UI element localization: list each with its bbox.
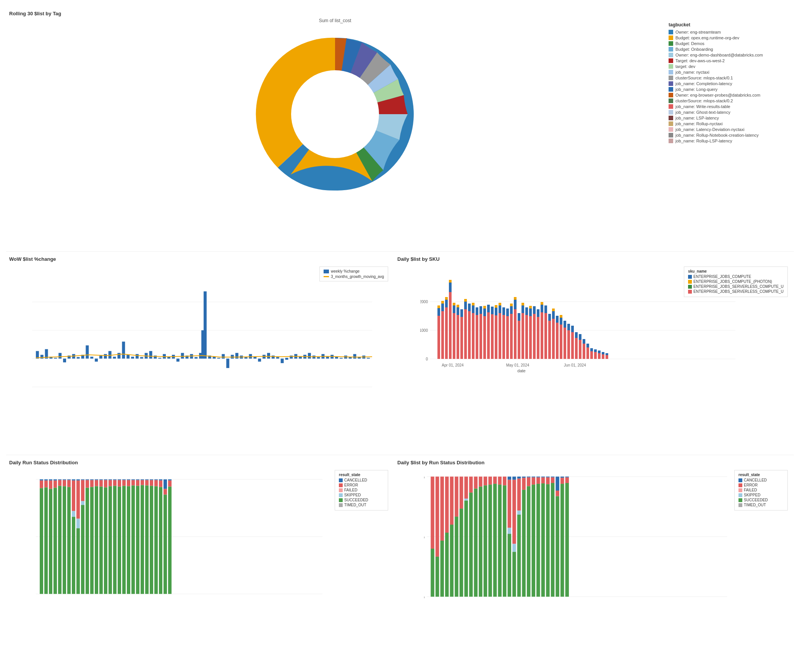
skipped-bar: [81, 501, 84, 505]
bar-blue: [491, 307, 494, 314]
error-bar: [488, 477, 492, 485]
donut-legend-item: Budget: Onboarding: [669, 47, 791, 52]
bar-gold: [453, 303, 455, 305]
sku-legend-item: ENTERPRISE_JOBS_COMPUTE_(PHOTON): [688, 279, 784, 284]
error-bar: [76, 481, 80, 519]
wow-legend-color-1: [324, 270, 329, 273]
bar: [276, 357, 279, 359]
status-legend-item: CANCELLED: [738, 478, 784, 482]
bar-gold: [495, 305, 497, 308]
bar-red: [590, 351, 593, 359]
bar-blue: [460, 309, 463, 317]
dashboard: Rolling 30 $list by Tag Sum of list_cost: [0, 0, 800, 672]
bar-blue: [552, 311, 555, 319]
legend-color-swatch: [669, 133, 673, 137]
bar: [63, 359, 66, 362]
run-legend-items-container: CANCELLEDERRORFAILEDSKIPPEDSUCCEEDEDTIME…: [339, 478, 384, 507]
cancelled-bar: [508, 477, 511, 480]
wow-title: WoW $list %change: [9, 256, 391, 262]
legend-item-label: job_name: Completion-latency: [675, 81, 732, 86]
y-50: 50%: [424, 535, 425, 539]
cancelled-bar: [168, 480, 172, 481]
cancelled-bar: [63, 480, 66, 480]
legend-color-swatch: [669, 70, 673, 74]
cancelled-bar: [536, 477, 540, 477]
bar-gold: [560, 315, 562, 318]
cancelled-bar: [560, 477, 564, 478]
bar-red: [583, 344, 585, 359]
status-legend-color: [339, 498, 343, 502]
success-bar: [86, 488, 89, 594]
bar-red: [506, 316, 509, 359]
error-bar: [104, 480, 107, 488]
cancelled-bar: [131, 480, 135, 480]
error-bar: [479, 477, 482, 486]
cancelled-bar: [44, 480, 48, 481]
bar: [140, 357, 143, 359]
bar-red: [445, 307, 448, 359]
cancelled-bar: [40, 480, 43, 481]
sku-legend-item: ENTERPRISE_JOBS_SERVERLESS_COMPUTE_U: [688, 289, 784, 294]
status-bars: [40, 480, 172, 594]
success-bar: [460, 509, 463, 597]
skipped-bar: [76, 519, 80, 528]
sku-legend-color: [688, 280, 692, 284]
bar-blue: [457, 307, 459, 315]
bar-gold: [510, 304, 513, 306]
bar-red: [510, 314, 513, 359]
bar-red: [544, 313, 547, 359]
bar: [281, 359, 284, 363]
sku-legend-item: ENTERPRISE_JOBS_COMPUTE: [688, 275, 784, 279]
bar: [367, 358, 370, 359]
legend-color-swatch: [669, 58, 673, 63]
bar-blue: [476, 307, 478, 315]
legend-color-swatch: [669, 81, 673, 86]
error-bar: [168, 481, 172, 487]
status-legend-item: CANCELLED: [339, 478, 384, 482]
list-legend: result_state CANCELLEDERRORFAILEDSKIPPED…: [734, 470, 788, 510]
bar-red: [460, 317, 463, 359]
donut-legend-item: Owner: eng-demo-dashboard@databricks.com: [669, 53, 791, 57]
success-bar: [431, 549, 434, 597]
status-legend-label: FAILED: [344, 488, 357, 492]
bar-red: [495, 315, 497, 359]
success-bar: [560, 484, 564, 597]
run-x-2: May 26, 2024: [86, 598, 109, 599]
bar-blue: [586, 344, 589, 347]
bar-blue: [537, 309, 539, 317]
sku-legend-label: ENTERPRISE_JOBS_SERVERLESS_COMPUTE_U: [693, 284, 784, 289]
error-bar: [131, 480, 135, 486]
success-bar: [67, 487, 71, 594]
bar-blue: [575, 332, 578, 338]
legend-color-swatch: [669, 36, 673, 40]
legend-item-label: target: dev: [675, 64, 695, 69]
run-x-4: Jun 09, 2024: [158, 598, 180, 599]
bar-gold: [541, 302, 543, 305]
wow-legend-color-2: [324, 276, 329, 277]
success-bar: [498, 485, 501, 597]
success-bar: [512, 552, 516, 596]
bar-red: [518, 321, 520, 359]
legend-color-swatch: [669, 30, 673, 34]
legend-color-swatch: [669, 53, 673, 57]
error-bar: [450, 477, 453, 525]
bar: [290, 355, 293, 359]
legend-color-swatch: [669, 99, 673, 103]
list-bars: [431, 477, 569, 597]
error-bar: [532, 477, 535, 485]
bar-blue: [541, 305, 543, 312]
success-bar: [141, 485, 144, 594]
success-bar: [541, 483, 545, 597]
legend-item-label: clusterSource: mlops-stack/0.1: [675, 76, 733, 80]
error-bar: [536, 477, 540, 484]
error-bar: [150, 480, 153, 486]
error-bar: [72, 481, 75, 511]
donut-hole: [291, 70, 379, 158]
bar-spike: [204, 291, 207, 359]
legend-item-label: job_name: Ghost-text-latency: [675, 110, 730, 115]
bar-red: [453, 313, 455, 359]
bar-blue: [499, 305, 501, 313]
bar-gold: [514, 297, 517, 300]
cancelled-bar: [49, 480, 52, 481]
sku-legend-label: ENTERPRISE_JOBS_SERVERLESS_COMPUTE_U: [693, 289, 784, 294]
